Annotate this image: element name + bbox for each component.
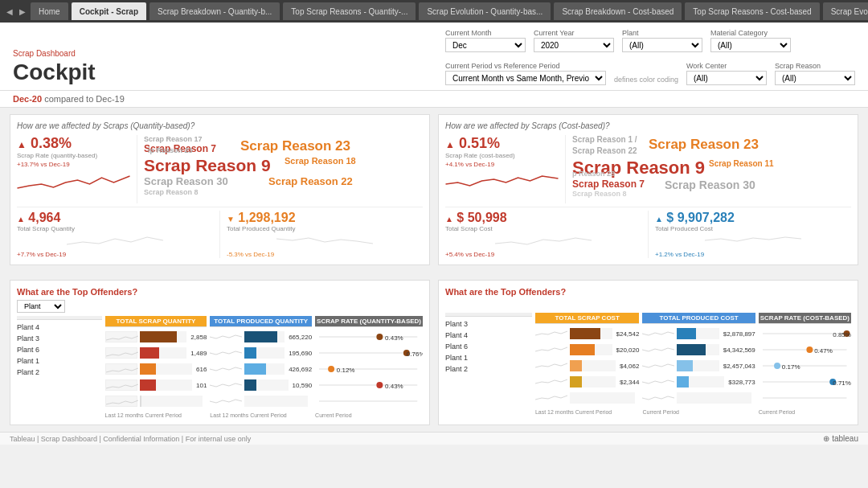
cost-scrap-bar-row [535,390,640,406]
word-sr8: Scrap Reason 8 [144,188,199,196]
tab-home[interactable]: Home [31,2,68,20]
period-compared: compared to [44,94,96,104]
word-sr17: Scrap Reason 17 [144,135,203,143]
scrap-reason-select[interactable]: (All) [775,71,855,85]
qty-scrap-bar-row: 101 [105,377,207,393]
qty-rate-dot-row: 0.43% [315,329,423,345]
total-scrap-cost-value: ▲ $ 50,998 [445,211,641,225]
qty-produced-bar-row: 195,690 [210,345,312,361]
qty-groupby-select[interactable]: Plant [17,300,65,313]
nav-next[interactable]: ▶ [18,7,27,16]
cost-word-sr11: Scrap Reason 11 [709,159,774,168]
qty-label-p4: Plant 4 [17,322,102,333]
total-produced-cost-change: +1.2% vs Dec-19 [655,251,851,258]
current-period: Dec-20 [13,94,42,104]
word-sr23: Scrap Reason 23 [240,138,350,154]
cost-title: How are we affected by Scraps (Cost-base… [445,121,851,130]
cost-scrap-rate-value: ▲ 0.51% [445,135,559,152]
qty-produced-footer: Last 12 months Current Period [210,412,312,418]
qty-rate-dot-row [315,393,423,409]
qty-rate-dot-row: 0.76% [315,345,423,361]
cost-label-p2: Plant 2 [445,363,532,375]
qty-scrap-rate-change: +13.7% vs Dec-19 [17,161,130,168]
cost-label-p6: Plant 6 [445,341,532,352]
material-category-select[interactable]: (All) [710,38,791,52]
qty-label-p2: Plant 2 [17,367,102,378]
total-scrap-cost-sparkline [445,232,641,248]
page-header: Scrap Dashboard Cockpit Current Month De… [0,23,868,91]
qty-label-p6: Plant 6 [17,344,102,355]
scrap-reason-label: Scrap Reason [775,62,855,70]
total-scrap-qty-label: Total Scrap Quantity [17,225,213,232]
current-year-select[interactable]: 2020 [534,38,614,52]
total-scrap-qty-value: ▲ 4,964 [17,211,213,225]
cost-scrap-bar-row: $20,020 [535,342,640,358]
tab-scrap-breakdown-qty[interactable]: Scrap Breakdown - Quantity-b... [149,2,280,20]
cost-rate-dot-row: 0.71% [759,374,851,390]
svg-point-17 [806,347,813,353]
total-produced-qty-value: ▼ 1,298,192 [227,211,423,225]
cost-chart-cols: Plant 3 Plant 4 Plant 6 Plant 1 Plant 2 … [445,313,851,415]
tab-cockpit[interactable]: Cockpit - Scrap [72,2,146,20]
qty-scrap-bar-row: 616 [105,361,207,377]
cost-word-sr28: p Reason 28 [572,170,615,178]
qty-scrap-col: TOTAL SCRAP QUANTITY 2,8581,489616101 La… [105,316,207,418]
qty-spark-col: Plant 4 Plant 3 Plant 6 Plant 1 Plant 2 [17,316,102,418]
tab-top-scrap-qty[interactable]: Top Scrap Reasons - Quantity-... [283,2,416,20]
qty-rate-col: SCRAP RATE (QUANTITY-BASED) 0.43%0.76%0.… [315,316,423,418]
period-select[interactable]: Current Month vs Same Month, Previous Ye… [445,71,606,85]
qty-scrap-rate-value: ▲ 0.38% [17,135,130,152]
work-center-select[interactable]: (All) [686,71,767,85]
cost-word-sr8: Scrap Reason 8 [572,190,627,198]
qty-scrap-bar-row [105,393,207,409]
current-year-label: Current Year [534,29,614,37]
qty-produced-bar-row: 10,590 [210,377,312,393]
cost-rate-dot-row: 0.85% [759,326,851,342]
cost-scrap-rate-label: Scrap Rate (cost-based) [445,152,559,159]
svg-text:0.12%: 0.12% [337,367,355,374]
cost-word-sr23: Scrap Reason 23 [649,137,759,153]
qty-rate-col-header: SCRAP RATE (QUANTITY-BASED) [315,316,423,327]
svg-text:0.85%: 0.85% [833,331,851,338]
cost-word-cloud: Scrap Reason 1 / Scrap Reason 23 Scrap R… [572,135,851,203]
cost-scrap-col: TOTAL SCRAP COST $24,542$20,020$4,062$2,… [535,313,640,415]
svg-text:0.43%: 0.43% [385,334,403,342]
tab-top-scrap-cost[interactable]: Top Scrap Reasons - Cost-based [685,2,819,20]
qty-rate-dot-row: 0.43% [315,377,423,393]
tab-scrap-breakdown-cost[interactable]: Scrap Breakdown - Cost-based [554,2,682,20]
cost-scrap-bar-row: $24,542 [535,326,640,342]
current-month-label: Current Month [445,29,526,37]
svg-point-1 [376,334,383,340]
cost-scrap-col-header: TOTAL SCRAP COST [535,313,640,324]
cost-word-sr22: Scrap Reason 22 [572,146,637,155]
total-produced-sparkline [227,232,423,248]
qty-produced-bar-row [210,393,312,409]
tab-scrap-evolution-cost[interactable]: Scrap Evolution - Cost-based [823,2,868,20]
total-produced-cost-sparkline [655,232,851,248]
qty-scrap-bar-row: 1,489 [105,345,207,361]
qty-scrap-col-header: TOTAL SCRAP QUANTITY [105,316,207,327]
total-produced-qty-label: Total Produced Quantity [227,225,423,232]
nav-prev[interactable]: ◀ [5,7,14,16]
current-month-select[interactable]: Dec [445,38,526,52]
qty-rate-dot-row: 0.12% [315,361,423,377]
qty-offenders-controls: Plant [17,300,423,313]
cost-scrap-sparkline [445,168,559,192]
qty-scrap-sparkline [17,168,130,192]
plant-select[interactable]: (All) [622,38,702,52]
quantity-title: How are we affected by Scraps (Quantity-… [17,121,423,130]
cost-produced-col: TOTAL PRODUCED COST $2,878,897$4,342,569… [642,313,755,415]
tab-scrap-evolution-qty[interactable]: Scrap Evolution - Quantity-bas... [419,2,551,20]
period-note: defines color coding [614,76,678,84]
page-footer: Tableau | Scrap Dashboard | Confidential… [0,432,868,445]
material-category-label: Material Category [710,29,791,37]
cost-rate-col-header: SCRAP RATE (COST-BASED) [759,313,851,324]
cost-produced-bar-row [642,390,755,406]
top-panels: How are we affected by Scraps (Quantity-… [10,114,858,265]
cost-rate-dot-row: 0.47% [759,342,851,358]
cost-label-col: Plant 3 Plant 4 Plant 6 Plant 1 Plant 2 [445,313,532,415]
top-nav: ◀ ▶ Home Cockpit - Scrap Scrap Breakdown… [0,0,868,23]
qty-word-cloud: Scrap Reason 17 Scrap Reason 7 Scrap Rea… [144,135,423,203]
svg-text:0.71%: 0.71% [833,379,851,387]
qty-scrap-footer: Last 12 months Current Period [105,412,207,418]
